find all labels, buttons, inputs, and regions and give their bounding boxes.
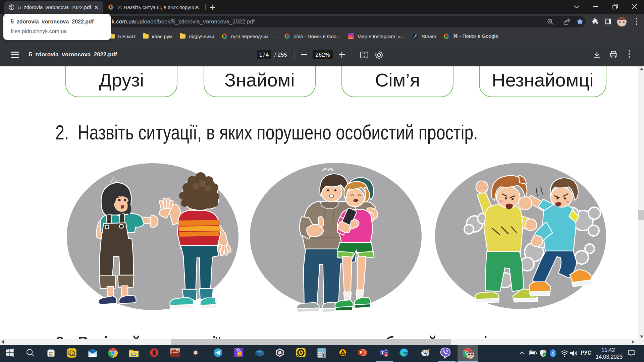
svg-text:1: 1 (385, 353, 387, 356)
